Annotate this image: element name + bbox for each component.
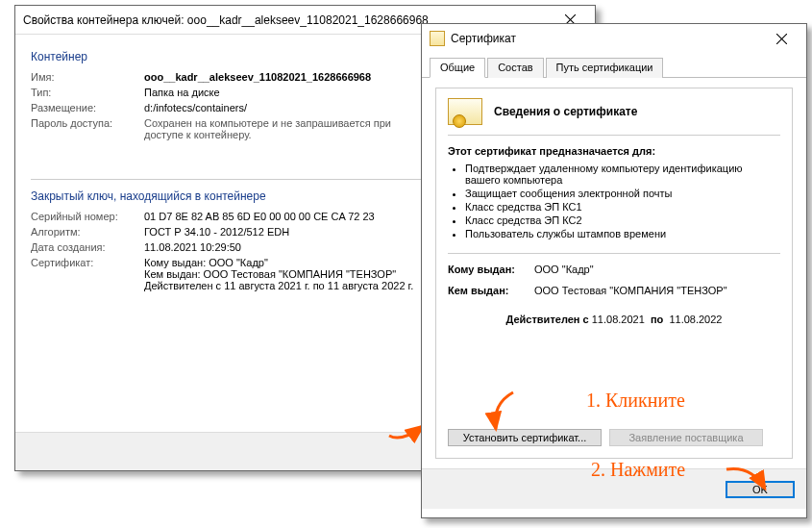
w1-title: Свойства контейнера ключей: ooo__kadr__a… (23, 13, 429, 27)
install-certificate-button[interactable]: Установить сертификат... (448, 429, 602, 446)
tab-cert-path[interactable]: Путь сертификации (546, 58, 664, 78)
issued-to-value: ООО "Кадр" (534, 264, 780, 275)
issuer-statement-button: Заявление поставщика (609, 429, 763, 446)
list-item: Защищает сообщения электронной почты (465, 188, 780, 199)
serial-label: Серийный номер: (31, 211, 144, 222)
password-value: Сохранен на компьютере и не запрашиваетс… (144, 117, 432, 140)
w2-titlebar: Сертификат (422, 24, 806, 53)
certificate-large-icon (448, 98, 482, 125)
algorithm-label: Алгоритм: (31, 226, 144, 238)
divider (448, 135, 780, 136)
certificate-icon (430, 31, 445, 46)
certificate-label: Сертификат: (31, 257, 144, 291)
list-item: Класс средства ЭП КС2 (465, 214, 780, 226)
list-item: Подтверждает удаленному компьютеру идент… (465, 163, 780, 186)
certificate-panel: Сведения о сертификате Этот сертификат п… (435, 88, 793, 459)
tab-general[interactable]: Общие (430, 58, 485, 78)
close-icon[interactable] (764, 27, 799, 50)
w2-title: Сертификат (451, 32, 516, 45)
valid-to: 11.08.2022 (669, 314, 722, 325)
w2-footer: OK (422, 468, 806, 509)
issued-by-value: ООО Тестовая "КОМПАНИЯ "ТЕНЗОР" (534, 285, 780, 296)
tab-bar: Общие Состав Путь сертификации (422, 53, 806, 78)
w2-content: Сведения о сертификате Этот сертификат п… (422, 78, 806, 468)
tab-details[interactable]: Состав (487, 58, 543, 78)
list-item: Пользователь службы штампов времени (465, 228, 780, 239)
certificate-window: Сертификат Общие Состав Путь сертификаци… (421, 23, 807, 518)
list-item: Класс средства ЭП КС1 (465, 201, 780, 213)
valid-from: 11.08.2021 (592, 314, 645, 325)
purpose-title: Этот сертификат предназначается для: (448, 145, 780, 157)
password-label: Пароль доступа: (31, 117, 144, 140)
ok-button[interactable]: OK (726, 481, 795, 498)
issued-by-label: Кем выдан: (448, 285, 534, 296)
purpose-list: Подтверждает удаленному компьютеру идент… (465, 163, 780, 239)
name-label: Имя: (31, 71, 144, 83)
type-label: Тип: (31, 87, 144, 98)
validity-line: Действителен с 11.08.2021 по 11.08.2022 (448, 314, 780, 325)
created-label: Дата создания: (31, 241, 144, 253)
divider (448, 253, 780, 254)
location-label: Размещение: (31, 102, 144, 113)
issued-to-label: Кому выдан: (448, 264, 534, 275)
cert-info-title: Сведения о сертификате (494, 105, 637, 118)
